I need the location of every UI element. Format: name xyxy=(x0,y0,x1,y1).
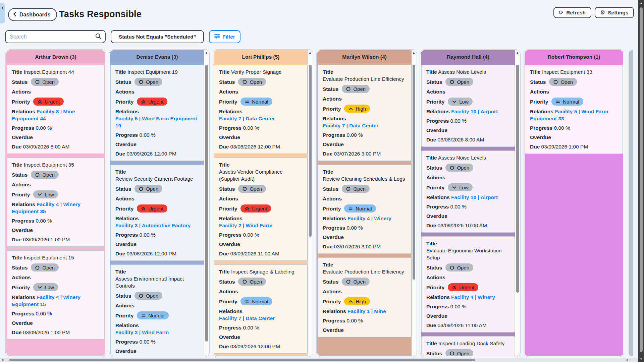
task-card[interactable]: TitleEvaluate Production Line Efficiency… xyxy=(318,257,411,337)
field-label: Overdue xyxy=(115,348,137,354)
task-card[interactable]: Title Verify Proper SignageStatusOpenAct… xyxy=(214,65,308,154)
horizontal-scrollbar-thumb[interactable] xyxy=(9,359,475,361)
scroll-up-arrow-icon[interactable]: ▲ xyxy=(638,2,644,5)
field-row: StatusOpen xyxy=(323,85,406,93)
relation-link[interactable]: Facility 7 | Data Center xyxy=(219,116,275,121)
relation-link[interactable]: Facility 2 | Wind Farm xyxy=(219,223,272,228)
relation-link[interactable]: Facility 1 | Mine xyxy=(347,308,386,314)
field-label: Progress xyxy=(426,118,449,124)
column-scrollbar-thumb[interactable] xyxy=(516,65,519,293)
task-title: Assess Noise Levels xyxy=(438,69,486,75)
scroll-up-arrow-icon[interactable]: ▲ xyxy=(412,51,416,54)
column-scrollbar[interactable]: ▲ xyxy=(515,50,520,356)
relation-link[interactable]: Facility 7 | Data Center xyxy=(219,315,275,321)
relation-link[interactable]: Facility 4 | Winery xyxy=(451,294,495,300)
task-card[interactable]: TitleEvaluate Ergonomic Workstation Setu… xyxy=(421,236,515,333)
field-label: Overdue xyxy=(426,213,447,219)
scroll-down-arrow-icon[interactable]: ▼ xyxy=(638,358,644,361)
task-card[interactable]: Title Inspect Signage & LabelingStatusOp… xyxy=(214,264,308,354)
field-label: Title xyxy=(426,69,437,75)
field-label: Status xyxy=(426,264,442,271)
relation-link[interactable]: Facility 4 | Winery xyxy=(347,216,391,221)
relation-link[interactable]: Facility 10 | Airport xyxy=(451,194,498,200)
task-card[interactable]: Title Assess Noise LevelsStatusOpenActio… xyxy=(421,65,515,147)
status-badge: Open xyxy=(342,85,370,93)
task-card[interactable]: Title Assess Noise LevelsStatusOpenActio… xyxy=(421,150,515,233)
task-title: Inspect Signage & Labeling xyxy=(231,269,294,275)
priority-badge: Urgent xyxy=(33,98,64,106)
column-header: Raymond Hall (4) xyxy=(421,50,515,63)
column-scrollbar-thumb[interactable] xyxy=(205,65,208,342)
task-card[interactable]: TitleAssess Vendor Compliance (Supplier … xyxy=(214,158,308,261)
field-label: Overdue xyxy=(12,134,33,140)
field-row: Relations Facility 4 | Winery xyxy=(426,294,510,301)
task-title: Review Cleaning Schedules & Logs xyxy=(323,175,406,182)
column-header: Lori Phillips (5) xyxy=(214,50,308,63)
settings-button[interactable]: ⚙ Settings xyxy=(595,7,634,18)
task-card[interactable]: Title Inspect Equipment 15StatusOpenActi… xyxy=(7,250,105,340)
active-filter-chip[interactable]: Status Not Equals "Scheduled" xyxy=(111,30,204,43)
scroll-up-arrow-icon[interactable]: ▲ xyxy=(204,51,209,54)
relation-link[interactable]: Facility 10 | Airport xyxy=(451,109,498,114)
field-label: Overdue xyxy=(219,241,240,247)
field-label: Priority xyxy=(115,205,133,212)
field-row: StatusOpen xyxy=(12,171,100,179)
column-scrollbar-thumb[interactable] xyxy=(309,65,312,237)
relation-link[interactable]: Facility 3 | Automotive Factory xyxy=(115,223,191,228)
back-to-dashboards-button[interactable]: Dashboards xyxy=(8,8,57,21)
search-input[interactable] xyxy=(10,34,95,40)
column-scrollbar[interactable]: ▲ xyxy=(308,50,312,356)
task-card[interactable]: Title Inspect Loading Dock SafetyStatusO… xyxy=(421,336,515,356)
column-header: Marilyn Wilson (4) xyxy=(317,50,412,63)
task-card[interactable]: Title Inspect Equipment 33StatusOpenActi… xyxy=(525,65,623,154)
field-label: Due xyxy=(323,151,332,157)
double-chevron-up-icon xyxy=(452,285,457,290)
task-card[interactable]: TitleReview Cleaning Schedules & LogsSta… xyxy=(318,165,411,254)
task-card[interactable]: Title Inspect Equipment 44StatusOpenActi… xyxy=(7,65,105,154)
circle-icon xyxy=(139,293,144,298)
column-scrollbar[interactable]: ▲ xyxy=(412,50,416,356)
scroll-up-arrow-icon[interactable]: ▲ xyxy=(308,51,312,54)
scroll-up-arrow-icon[interactable]: ▲ xyxy=(515,51,520,54)
field-label: Progress xyxy=(115,339,138,345)
filter-button[interactable]: Filter xyxy=(209,30,240,43)
progress-value: 0.00 % xyxy=(347,132,363,138)
task-title: Inspect Equipment 15 xyxy=(24,255,74,260)
field-label: Actions xyxy=(426,275,445,280)
progress-value: 0.00 % xyxy=(347,318,363,323)
task-card[interactable]: TitleReview Security Camera FootageStatu… xyxy=(110,165,204,261)
kanban-column: Lori Phillips (5)Title Verify Proper Sig… xyxy=(213,50,313,357)
field-label: Progress xyxy=(219,232,241,238)
column-scrollbar[interactable]: ▲ xyxy=(204,50,209,356)
task-card[interactable]: Title Inspect Equipment 19StatusOpenActi… xyxy=(110,65,204,161)
status-badge: Open xyxy=(135,185,162,193)
sidebar-expand-tab[interactable]: › xyxy=(0,3,5,23)
refresh-button[interactable]: ⟳ Refresh xyxy=(553,7,591,18)
field-row: Progress 0.00 % xyxy=(219,324,303,331)
task-card[interactable]: TitleEvaluate Production Line Efficiency… xyxy=(318,65,411,161)
column-card-list: Title Inspect Equipment 44StatusOpenActi… xyxy=(6,64,105,356)
horizontal-scrollbar[interactable]: ◀ ▶ xyxy=(0,358,638,362)
field-label: Relations xyxy=(426,109,450,114)
vertical-scrollbar[interactable]: ▲ ▼ xyxy=(638,0,644,362)
column-scrollbar-thumb[interactable] xyxy=(413,65,415,280)
relation-link[interactable]: Facility 5 | Wind Farm Equipment 19 xyxy=(115,116,197,128)
field-label: Priority xyxy=(12,191,30,198)
field-label: Priority xyxy=(426,184,444,191)
field-row: Overdue xyxy=(12,319,100,326)
kanban-column: Denise Evans (3)Title Inspect Equipment … xyxy=(109,50,209,357)
scroll-right-arrow-icon[interactable]: ▶ xyxy=(627,358,629,361)
relation-link[interactable]: Facility 7 | Data Center xyxy=(323,123,378,128)
field-row: PriorityHigh xyxy=(323,297,406,305)
field-label: Status xyxy=(219,278,235,285)
field-row: Due 03/08/2026 12:00 PM xyxy=(115,250,199,257)
relation-link[interactable]: Facility 2 | Wind Farm xyxy=(115,329,169,335)
field-label: Status xyxy=(115,292,131,299)
field-label: Relations xyxy=(323,308,346,314)
chevron-down-icon xyxy=(37,285,42,290)
task-card[interactable]: Title Inspect Equipment 35StatusOpenActi… xyxy=(7,158,105,247)
task-card[interactable]: TitleAssess Environmental Impact Control… xyxy=(110,264,204,356)
field-row: PriorityLow xyxy=(426,98,510,106)
vertical-scrollbar-thumb[interactable] xyxy=(640,7,643,352)
scroll-left-arrow-icon[interactable]: ◀ xyxy=(1,358,3,361)
